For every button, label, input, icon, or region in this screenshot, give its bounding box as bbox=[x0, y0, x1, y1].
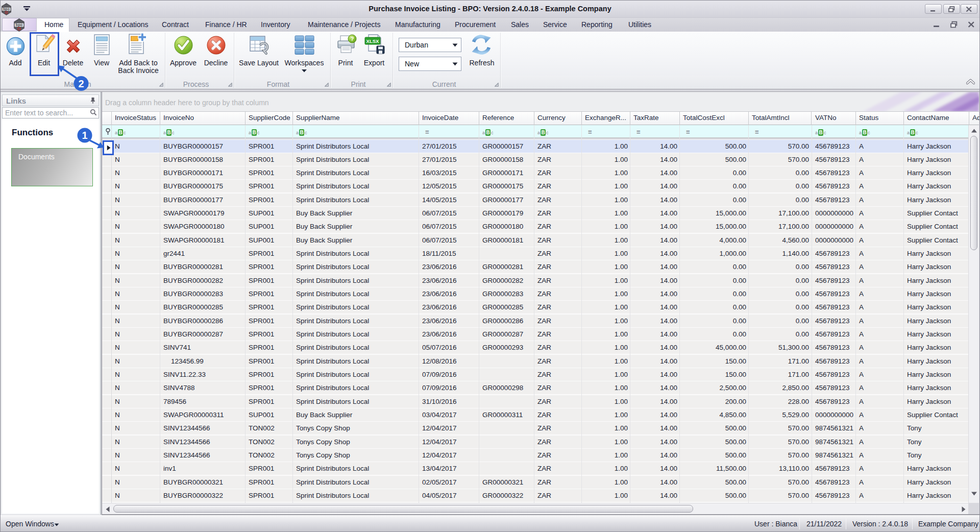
svg-text:2: 2 bbox=[78, 78, 84, 89]
svg-text:?: ? bbox=[351, 36, 354, 42]
svg-text:XLSX: XLSX bbox=[366, 38, 379, 44]
svg-text:1: 1 bbox=[82, 130, 87, 141]
